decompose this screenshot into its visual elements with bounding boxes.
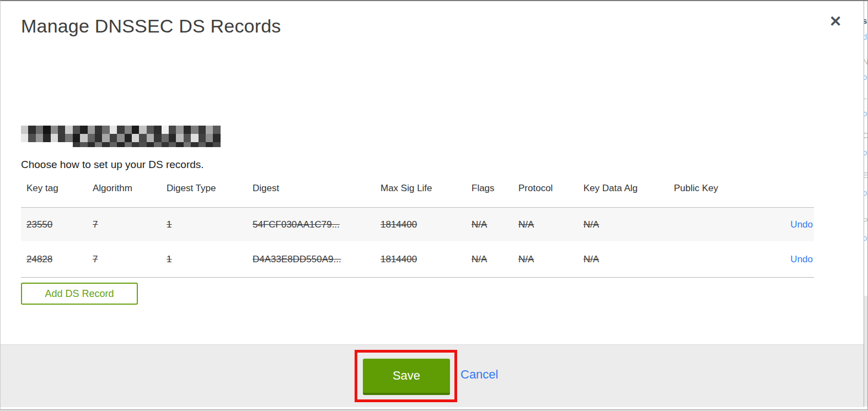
column-header-flags: Flags: [466, 183, 513, 194]
redacted-pixel: [206, 134, 213, 142]
redacted-pixel: [36, 126, 44, 134]
background-text-fragment: o: [864, 188, 867, 197]
close-icon[interactable]: ✕: [826, 12, 845, 31]
redacted-pixel: [139, 134, 147, 142]
cell-digest-type: 1: [161, 219, 247, 230]
redacted-pixel: [139, 142, 147, 147]
redacted-pixel: [110, 134, 117, 142]
redacted-pixel: [73, 142, 81, 147]
background-text-fragment: s: [864, 17, 867, 25]
redacted-pixel: [199, 126, 206, 134]
redacted-pixel: [147, 134, 154, 142]
redacted-pixel: [213, 142, 221, 147]
background-text-fragment: N: [864, 57, 868, 66]
column-header-protocol: Protocol: [513, 183, 578, 194]
cell-key-tag: 24828: [21, 254, 87, 265]
redacted-pixel: [169, 126, 176, 134]
redacted-pixel: [65, 126, 73, 134]
column-header-key-data-alg: Key Data Alg: [578, 183, 668, 194]
table-row: 23550 7 1 54FCF030AA1C79... 1814400 N/A …: [21, 208, 814, 241]
redacted-pixel: [169, 134, 176, 142]
background-text-fragment: o: [864, 148, 867, 156]
ds-records-table: Key tag Algorithm Digest Type Digest Max…: [21, 183, 814, 278]
redacted-pixel: [199, 134, 206, 142]
background-text-fragment: E: [864, 171, 868, 179]
redacted-pixel: [43, 126, 51, 134]
redacted-pixel: [117, 142, 125, 147]
redacted-pixel: [28, 134, 36, 142]
cell-key-data-alg: N/A: [578, 219, 668, 230]
redacted-pixel: [117, 134, 125, 142]
redacted-pixel: [213, 134, 221, 142]
cell-protocol: N/A: [513, 219, 578, 230]
redacted-pixel: [43, 134, 51, 142]
table-header-row: Key tag Algorithm Digest Type Digest Max…: [21, 183, 814, 207]
background-page-gray-section: [864, 296, 868, 407]
background-text-fragment: L: [864, 92, 867, 100]
cell-max-sig-life: 1814400: [375, 254, 466, 265]
cell-algorithm: 7: [87, 254, 161, 265]
redacted-domain-name: [21, 126, 222, 148]
redacted-pixel: [139, 126, 147, 134]
redacted-pixel: [125, 142, 132, 147]
redacted-pixel: [147, 142, 154, 147]
column-header-algorithm: Algorithm: [87, 183, 161, 194]
redacted-pixel: [110, 126, 117, 134]
redacted-pixel: [191, 134, 199, 142]
cell-key-data-alg: N/A: [578, 254, 668, 265]
redacted-pixel: [184, 142, 191, 147]
cancel-link[interactable]: Cancel: [460, 367, 498, 382]
redacted-pixel: [80, 142, 88, 147]
redacted-pixel: [162, 134, 169, 142]
redacted-pixel: [28, 126, 36, 134]
column-header-key-tag: Key tag: [21, 183, 87, 194]
redacted-pixel: [102, 134, 110, 142]
column-header-digest-type: Digest Type: [161, 183, 247, 194]
redacted-pixel: [80, 134, 88, 142]
redacted-pixel: [162, 142, 169, 147]
cell-flags: N/A: [466, 254, 513, 265]
background-text-fragment: o: [864, 73, 867, 81]
redacted-pixel: [154, 142, 162, 147]
redacted-pixel: [176, 126, 184, 134]
column-header-public-key: Public Key: [668, 183, 740, 194]
redacted-pixel: [88, 134, 95, 142]
cell-digest-type: 1: [161, 254, 247, 265]
background-text-fragment: C: [864, 131, 868, 139]
redacted-pixel: [125, 134, 132, 142]
add-ds-record-button[interactable]: Add DS Record: [21, 283, 138, 305]
redacted-pixel: [162, 126, 169, 134]
redacted-pixel: [58, 134, 66, 142]
undo-link[interactable]: Undo: [790, 254, 813, 264]
column-header-max-sig-life: Max Sig Life: [375, 183, 466, 194]
redacted-pixel: [80, 126, 88, 134]
redacted-pixel: [191, 126, 199, 134]
redacted-pixel: [191, 142, 199, 147]
redacted-pixel: [51, 126, 58, 134]
modal-title: Manage DNSSEC DS Records: [21, 15, 281, 37]
redacted-pixel: [154, 134, 162, 142]
redacted-pixel: [110, 142, 117, 147]
redacted-pixel: [21, 134, 29, 142]
redacted-pixel: [169, 142, 176, 147]
redacted-pixel: [95, 142, 103, 147]
column-header-digest: Digest: [247, 183, 375, 194]
cell-max-sig-life: 1814400: [375, 219, 466, 230]
redacted-pixel: [154, 126, 162, 134]
redacted-pixel: [176, 142, 184, 147]
redacted-pixel: [184, 134, 191, 142]
redacted-pixel: [58, 126, 66, 134]
redacted-pixel: [95, 134, 103, 142]
redacted-pixel: [36, 134, 44, 142]
redacted-pixel: [206, 126, 213, 134]
save-button[interactable]: Save: [363, 359, 450, 395]
redacted-pixel: [213, 126, 221, 134]
cell-digest: 54FCF030AA1C79...: [247, 219, 375, 230]
redacted-pixel: [73, 134, 81, 142]
undo-link[interactable]: Undo: [790, 219, 813, 230]
redacted-pixel: [88, 126, 95, 134]
background-text-fragment: d: [864, 33, 867, 41]
redacted-pixel: [88, 142, 95, 147]
redacted-pixel: [132, 134, 140, 142]
redacted-pixel: [95, 126, 103, 134]
